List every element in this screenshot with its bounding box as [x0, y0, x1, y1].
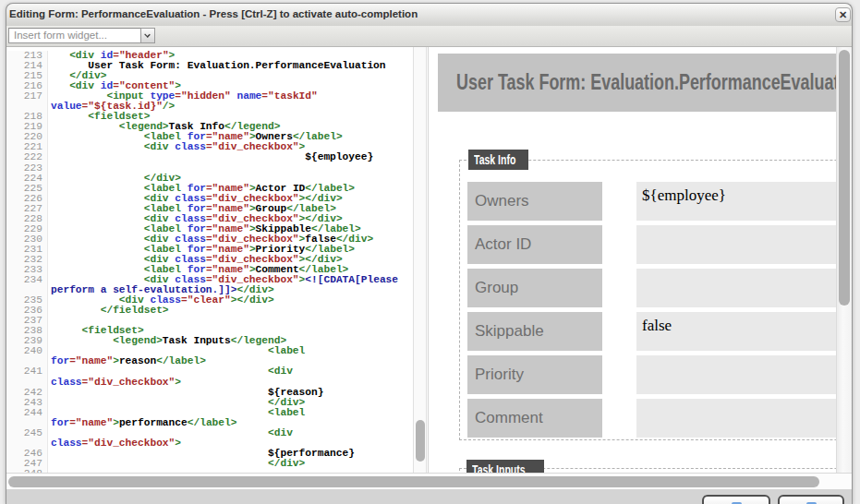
code-token: />: [163, 101, 175, 112]
dialog-titlebar: Editing Form: PerformanceEvaluation - Pr…: [6, 4, 852, 27]
code-line[interactable]: 234 <div class="div_checkbox"><![CDATA[P…: [7, 275, 426, 295]
field-label-text: Group: [475, 279, 518, 297]
code-token: ></div>: [231, 294, 274, 306]
field-value-group: [636, 269, 836, 307]
dialog-content: 213 <div id="header">214 User Task Form:…: [6, 47, 853, 489]
form-editor-dialog: Editing Form: PerformanceEvaluation - Pr…: [6, 3, 853, 504]
line-number: 244: [7, 408, 48, 428]
code-token: <div: [268, 427, 299, 438]
line-number: 241: [7, 366, 48, 387]
horizontal-scrollbar-thumb[interactable]: [8, 476, 819, 487]
code-line[interactable]: 241 <div class="div_checkbox">: [7, 366, 426, 387]
form-preview-pane: User Task Form: Evaluation.PerformanceEv…: [428, 47, 836, 473]
line-number: 243: [7, 398, 48, 408]
legend-task-inputs: Task Inputs: [466, 460, 544, 473]
editor-toolbar: Insert form widget...: [6, 26, 852, 47]
dialog-title: Editing Form: PerformanceEvaluation - Pr…: [9, 8, 418, 19]
field-label-group: Group: [467, 269, 602, 307]
code-token: ="taskId": [261, 90, 317, 102]
code-line-text: <label for="name">reason</label>: [51, 346, 406, 366]
line-number: 222: [7, 152, 48, 162]
line-number: 217: [7, 91, 48, 112]
save-button[interactable]: Save: [702, 495, 770, 504]
code-token: <label: [268, 345, 311, 356]
code-token: ="clear": [181, 294, 231, 306]
code-token: [51, 151, 305, 162]
code-token: </fieldset>: [101, 305, 169, 316]
code-line-text: </fieldset>: [51, 306, 406, 316]
code-token: <div: [268, 366, 299, 377]
code-line-text: <label for="name">performance</label>: [51, 408, 406, 428]
close-button[interactable]: ✕: [835, 7, 851, 22]
editor-vertical-scrollbar-thumb[interactable]: [416, 420, 425, 462]
dialog-footer: Save Cancel: [6, 489, 853, 504]
code-token: <label: [268, 407, 311, 418]
task-info-rows: Owners${employee}Actor IDGroupSkippablef…: [429, 47, 836, 473]
field-label-text: Actor ID: [475, 235, 531, 254]
code-line[interactable]: 240 <label for="name">reason</label>: [7, 346, 426, 366]
field-value-comment: [636, 399, 836, 438]
line-number: 245: [7, 428, 48, 449]
code-line[interactable]: 244 <label for="name">performance</label…: [7, 408, 426, 428]
field-label-text: Priority: [475, 366, 524, 384]
line-number: 225: [7, 184, 48, 194]
field-label-text: Comment: [475, 409, 543, 427]
code-line[interactable]: 236 </fieldset>: [7, 306, 426, 316]
code-line[interactable]: 245 <div class="div_checkbox">: [7, 428, 426, 449]
preview-vertical-scrollbar-thumb[interactable]: [839, 50, 850, 306]
line-number: 240: [7, 346, 48, 366]
line-number: 224: [7, 174, 48, 184]
legend-task-inputs-label: Task Inputs: [472, 460, 526, 473]
code-line-text: <input type="hidden" name="taskId" value…: [51, 91, 406, 112]
editor-vertical-scrollbar[interactable]: [413, 47, 427, 473]
field-label-owners: Owners: [467, 182, 602, 221]
code-line-text: <div class="div_checkbox"><![CDATA[Pleas…: [51, 275, 406, 295]
code-line-text: <div class="div_checkbox">: [51, 428, 406, 449]
horizontal-scrollbar[interactable]: [6, 473, 853, 489]
line-number: 223: [7, 163, 48, 174]
code-line-text: <div class="div_checkbox">: [51, 366, 406, 387]
code-token: name: [236, 90, 261, 102]
code-token: ${employee}: [305, 151, 373, 162]
code-line[interactable]: 247 </div>: [7, 459, 426, 469]
field-label-comment: Comment: [467, 399, 602, 438]
insert-widget-dropdown-button[interactable]: [140, 28, 155, 43]
field-value-actor-id: [636, 225, 836, 264]
code-lines: 213 <div id="header">214 User Task Form:…: [7, 51, 426, 473]
field-value-owners: ${employee}: [636, 182, 836, 221]
code-line-text: </div>: [51, 459, 406, 469]
insert-widget-dropdown[interactable]: Insert form widget...: [8, 28, 141, 43]
code-line[interactable]: 217 <input type="hidden" name="taskId" v…: [7, 91, 426, 112]
field-label-text: Skippable: [475, 322, 544, 341]
close-icon: ✕: [839, 9, 847, 20]
code-token: </div>: [268, 458, 305, 469]
page: Editing Form: PerformanceEvaluation - Pr…: [0, 0, 860, 504]
insert-widget-dropdown-value: Insert form widget...: [14, 30, 107, 41]
form-preview-content: User Task Form: Evaluation.PerformanceEv…: [429, 47, 836, 473]
line-number: 234: [7, 275, 48, 295]
field-value-priority: [636, 355, 836, 394]
field-label-actor-id: Actor ID: [467, 225, 602, 264]
code-line-text: ${employee}: [51, 152, 406, 162]
code-editor[interactable]: 213 <div id="header">214 User Task Form:…: [7, 47, 426, 473]
code-token: [51, 305, 101, 316]
preview-vertical-scrollbar[interactable]: [836, 47, 852, 473]
code-token: ="hidden": [175, 90, 230, 102]
field-label-skippable: Skippable: [467, 312, 602, 351]
code-token: User Task Form: Evaluation.PerformanceEv…: [88, 60, 385, 71]
field-label-priority: Priority: [467, 355, 602, 394]
chevron-down-icon: [144, 31, 151, 38]
line-number: 242: [7, 388, 48, 398]
field-value-skippable: false: [636, 312, 836, 351]
cancel-button[interactable]: Cancel: [778, 495, 844, 504]
code-token: [51, 458, 268, 469]
code-line[interactable]: 222 ${employee}: [7, 152, 426, 162]
field-label-text: Owners: [475, 192, 529, 210]
code-token: [318, 90, 324, 102]
